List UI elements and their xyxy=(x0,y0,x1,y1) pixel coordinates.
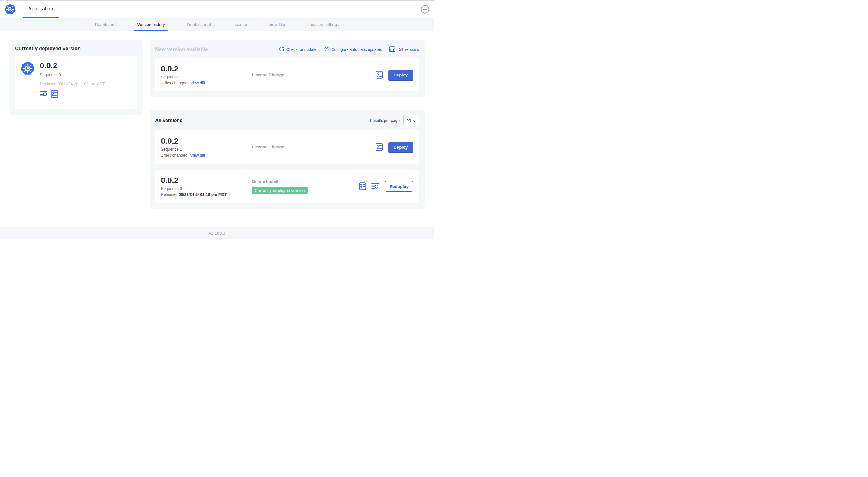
files-changed-label: 1 files changed xyxy=(161,81,187,85)
version-row: 0.0.2 Sequence 0 Released08/29/24 @ 03:1… xyxy=(155,170,419,203)
kots-admin-page: Application Dashboard Version history Tr… xyxy=(0,0,434,239)
sequence-label: Sequence 1 xyxy=(161,75,252,79)
redeploy-button[interactable]: Redeploy xyxy=(384,181,413,192)
currently-deployed-title: Currently deployed version xyxy=(15,46,137,52)
sequence-label: Sequence 1 xyxy=(161,147,252,152)
current-version-number: 0.0.2 xyxy=(40,61,105,70)
currently-deployed-panel: Currently deployed version xyxy=(9,39,143,115)
refresh-icon xyxy=(279,46,284,53)
checklist-icon xyxy=(51,94,58,99)
current-sequence-label: Sequence 0 xyxy=(40,72,105,77)
sequence-label: Sequence 0 xyxy=(161,186,252,191)
currently-deployed-badge: Currently deployed version xyxy=(252,187,308,194)
nav-tab-view-files[interactable]: View files xyxy=(265,18,289,31)
nav-tab-dashboard[interactable]: Dashboard xyxy=(92,18,119,31)
nav-tab-version-history[interactable]: Version history xyxy=(134,18,168,31)
view-diff-link[interactable]: View diff xyxy=(190,81,205,85)
new-version-row: 0.0.2 Sequence 1 1 files changed View di… xyxy=(155,58,419,91)
diff-icon xyxy=(389,46,395,53)
checklist-icon xyxy=(376,76,383,80)
ellipsis-menu-button[interactable] xyxy=(421,5,430,14)
check-for-update-link[interactable]: Check for update xyxy=(279,46,317,53)
files-changed-label: 1 files changed xyxy=(161,153,187,157)
version-source-label: Online Install xyxy=(252,179,278,184)
app-subnav: Dashboard Version history Troubleshoot L… xyxy=(0,18,434,31)
nav-tab-troubleshoot[interactable]: Troubleshoot xyxy=(183,18,214,31)
preflight-checks-button[interactable] xyxy=(376,71,383,79)
app-footer: v1.109.3 xyxy=(0,228,434,239)
configure-automatic-updates-link[interactable]: Configure automatic updates xyxy=(324,46,382,53)
released-label: Released xyxy=(161,192,178,197)
app-title: Application xyxy=(28,6,53,12)
current-version-card: 0.0.2 Sequence 0 Deployed 09/11/24 @ 11:… xyxy=(15,56,137,109)
deploy-button[interactable]: Deploy xyxy=(388,142,413,152)
results-per-page-label: Results per page: xyxy=(370,118,401,123)
version-source-label: License Change xyxy=(252,145,284,149)
console-version: v1.109.3 xyxy=(209,231,225,235)
results-per-page-select[interactable]: 20 xyxy=(403,115,419,126)
new-version-panel: New version available Check for update xyxy=(150,39,425,97)
logs-icon xyxy=(40,94,48,98)
logs-icon xyxy=(371,186,379,190)
app-title-tab[interactable]: Application xyxy=(23,1,59,18)
view-logs-button[interactable] xyxy=(40,91,48,97)
version-row: 0.0.2 Sequence 1 1 files changed View di… xyxy=(155,130,419,164)
version-number: 0.0.2 xyxy=(161,176,252,185)
nav-tab-registry-settings[interactable]: Registry settings xyxy=(304,18,342,31)
all-versions-title: All versions xyxy=(155,118,182,123)
checklist-icon xyxy=(359,187,366,191)
kubernetes-logo-icon xyxy=(4,1,16,18)
current-deployed-timestamp: Deployed 09/11/24 @ 11:02 am MDT xyxy=(40,82,105,86)
preflight-checks-button[interactable] xyxy=(359,182,366,190)
checklist-icon xyxy=(376,148,383,152)
app-header: Application xyxy=(0,1,434,18)
deploy-button[interactable]: Deploy xyxy=(388,70,413,80)
schedule-update-icon xyxy=(324,46,329,53)
view-diff-link[interactable]: View diff xyxy=(190,153,205,157)
chevron-down-icon xyxy=(413,118,416,123)
all-versions-panel: All versions Results per page: 20 xyxy=(150,110,425,209)
kubernetes-logo-icon xyxy=(21,61,35,103)
main-content: Currently deployed version xyxy=(0,31,434,218)
new-version-title: New version available xyxy=(155,47,208,53)
diff-versions-link[interactable]: Diff versions xyxy=(389,46,419,53)
nav-tab-license[interactable]: License xyxy=(229,18,251,31)
preflight-checks-button[interactable] xyxy=(51,90,58,98)
version-number: 0.0.2 xyxy=(161,137,252,146)
ellipsis-icon xyxy=(421,5,430,14)
released-date: 08/29/24 @ 03:18 pm MDT xyxy=(179,192,227,197)
preflight-checks-button[interactable] xyxy=(376,143,383,151)
version-source-label: License Change xyxy=(252,72,284,77)
view-logs-button[interactable] xyxy=(371,183,379,190)
version-number: 0.0.2 xyxy=(161,64,252,73)
